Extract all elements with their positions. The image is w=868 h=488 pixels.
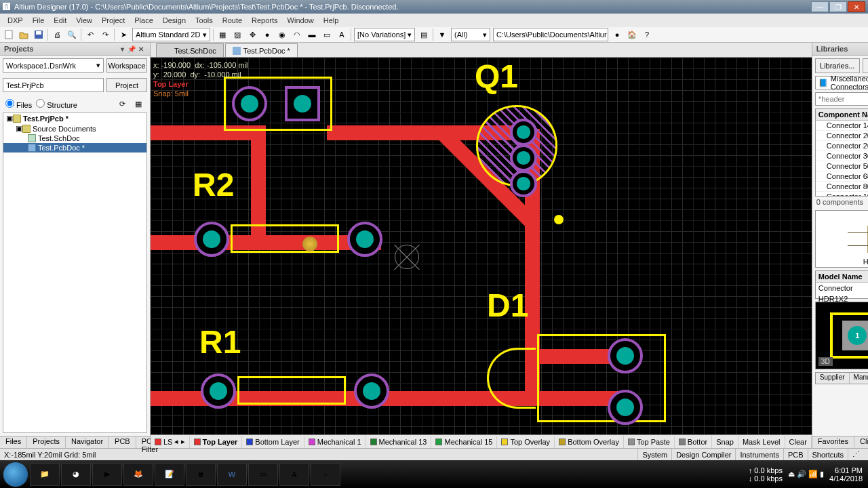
- workspace-button[interactable]: Workspace: [106, 58, 147, 73]
- project-button[interactable]: Project: [106, 78, 147, 92]
- workspace-dropdown[interactable]: Workspace1.DsnWrk▾: [3, 58, 104, 73]
- start-button[interactable]: [3, 462, 28, 487]
- via-button[interactable]: ◉: [276, 28, 288, 41]
- variations-dropdown[interactable]: [No Variations]▾: [354, 28, 415, 41]
- layer-bo[interactable]: Bottom Overlay: [555, 436, 624, 448]
- tab-clipboard[interactable]: Clipboard: [854, 436, 868, 448]
- menu-project[interactable]: Project: [97, 15, 130, 26]
- list-item[interactable]: Connector 100: [816, 192, 868, 197]
- maximize-button[interactable]: ❐: [829, 1, 847, 12]
- hatch1-button[interactable]: ▦: [216, 28, 229, 41]
- layer-tp[interactable]: Top Paste: [624, 436, 675, 448]
- panel-close-icon[interactable]: ✕: [136, 44, 146, 54]
- status-instruments[interactable]: Instruments: [735, 449, 783, 460]
- poly-button[interactable]: ▭: [321, 28, 333, 41]
- layer-m15[interactable]: Mechanical 15: [431, 436, 497, 448]
- tray-icons[interactable]: ⏏ 🔊 📶 ▮: [788, 470, 824, 479]
- layer-m1[interactable]: Mechanical 1: [304, 436, 366, 448]
- task-media[interactable]: ▶: [92, 463, 122, 486]
- library-dropdown[interactable]: 📘Miscellaneous Connectors.IntLib▾ ⋯: [815, 76, 868, 89]
- tree-opt1-icon[interactable]: ⟳: [116, 98, 128, 110]
- help-button[interactable]: ?: [641, 28, 653, 41]
- task-app2[interactable]: ▫: [311, 463, 340, 486]
- menu-tools[interactable]: Tools: [191, 15, 218, 26]
- status-designcompiler[interactable]: Design Compiler: [671, 449, 735, 460]
- fill-button[interactable]: ▬: [306, 28, 318, 41]
- filter-dropdown[interactable]: (All)▾: [451, 28, 490, 41]
- minimize-button[interactable]: —: [811, 1, 829, 12]
- clear-button[interactable]: Clear: [785, 436, 812, 448]
- home-button[interactable]: 🏠: [626, 28, 638, 41]
- layer-to[interactable]: Top Overlay: [497, 436, 555, 448]
- list-item[interactable]: Connector 36: [816, 151, 868, 161]
- task-chrome[interactable]: ◕: [61, 463, 91, 486]
- list-item[interactable]: Connector 50: [816, 161, 868, 171]
- panel-menu-icon[interactable]: ▾: [117, 44, 127, 54]
- list-item[interactable]: Connector 14: [816, 121, 868, 131]
- layer-ls[interactable]: LS ◂ ▸: [151, 436, 190, 448]
- project-tree[interactable]: ▣Test.PrjPcb * ▣Source Documents Test.Sc…: [3, 113, 147, 433]
- layer-m13[interactable]: Mechanical 13: [366, 436, 432, 448]
- task-app1[interactable]: ▭: [248, 463, 278, 486]
- menu-design[interactable]: Design: [158, 15, 191, 26]
- menu-view[interactable]: View: [71, 15, 97, 26]
- open-button[interactable]: [18, 28, 30, 41]
- tab-pcb[interactable]: PCB: [109, 436, 136, 448]
- select-button[interactable]: ✥: [246, 28, 258, 41]
- menu-help[interactable]: Help: [319, 15, 344, 26]
- layer-bp[interactable]: Bottor: [675, 436, 712, 448]
- status-system[interactable]: System: [637, 449, 671, 460]
- search-button[interactable]: Search...: [863, 58, 868, 73]
- tab-pcbdoc[interactable]: Test.PcbDoc *: [225, 43, 298, 57]
- status-resize-icon[interactable]: ⋰: [848, 449, 864, 460]
- pcb-canvas[interactable]: Q1 R2 R1 D1: [151, 58, 812, 434]
- panel-pin-icon[interactable]: 📌: [127, 44, 136, 54]
- menu-reports[interactable]: Reports: [247, 15, 283, 26]
- redo-button[interactable]: ↷: [99, 28, 111, 41]
- print-button[interactable]: 🖨: [51, 28, 63, 41]
- save-button[interactable]: [33, 28, 45, 41]
- task-notes[interactable]: 📝: [155, 463, 184, 486]
- project-field[interactable]: Test.PrjPcb: [3, 78, 104, 92]
- col-component-name[interactable]: Component Name: [816, 109, 868, 121]
- files-radio[interactable]: Files: [5, 99, 32, 109]
- 3d-toggle[interactable]: 3D: [818, 357, 833, 366]
- list-item[interactable]: Connector 20: [816, 131, 868, 141]
- status-shortcuts[interactable]: Shortcuts: [808, 449, 848, 460]
- menu-file[interactable]: File: [28, 15, 50, 26]
- structure-radio[interactable]: Structure: [36, 99, 77, 109]
- task-firefox[interactable]: 🦊: [123, 463, 153, 486]
- menu-window[interactable]: Window: [283, 15, 319, 26]
- nav-button[interactable]: ●: [611, 28, 623, 41]
- libraries-button[interactable]: Libraries...: [815, 58, 860, 73]
- arc-button[interactable]: ◠: [291, 28, 303, 41]
- snap-button[interactable]: Snap: [712, 436, 738, 448]
- undo-button[interactable]: ↶: [84, 28, 96, 41]
- tab-projects[interactable]: Projects: [27, 436, 66, 448]
- masklevel-button[interactable]: Mask Level: [738, 436, 785, 448]
- tab-supplier[interactable]: Supplier: [816, 373, 850, 384]
- clock[interactable]: 6:01 PM4/14/2018: [829, 466, 863, 483]
- system-tray[interactable]: ↑ 0.0 kbps↓ 0.0 kbps ⏏ 🔊 📶 ▮ 6:01 PM4/14…: [749, 466, 865, 483]
- hatch2-button[interactable]: ▨: [231, 28, 243, 41]
- zoom-button[interactable]: 🔍: [66, 28, 78, 41]
- list-item[interactable]: Connector 68: [816, 171, 868, 182]
- model-list[interactable]: Model NameModel Type ConnectorSignal Int…: [815, 270, 868, 299]
- list-item[interactable]: Connector 26: [816, 141, 868, 151]
- tab-files[interactable]: Files: [0, 436, 27, 448]
- filter-icon[interactable]: ▼: [436, 28, 448, 41]
- layer-top[interactable]: Top Layer: [190, 436, 243, 448]
- pad-button[interactable]: ●: [261, 28, 273, 41]
- menu-edit[interactable]: Edit: [49, 15, 71, 26]
- task-calc[interactable]: 🖩: [186, 463, 216, 486]
- task-explorer[interactable]: 📁: [30, 463, 60, 486]
- menu-dxp[interactable]: DXP: [3, 15, 28, 26]
- text-button[interactable]: A: [336, 28, 348, 41]
- layer-stack-button[interactable]: ▤: [418, 28, 430, 41]
- component-list[interactable]: Component Name Connector 14 Connector 20…: [815, 108, 868, 197]
- status-pcb[interactable]: PCB: [783, 449, 808, 460]
- menu-place[interactable]: Place: [130, 15, 158, 26]
- menu-route[interactable]: Route: [218, 15, 247, 26]
- tab-schdoc[interactable]: Test.SchDoc: [156, 43, 224, 57]
- path-field[interactable]: C:\Users\Public\Documents\Altiur: [493, 28, 608, 41]
